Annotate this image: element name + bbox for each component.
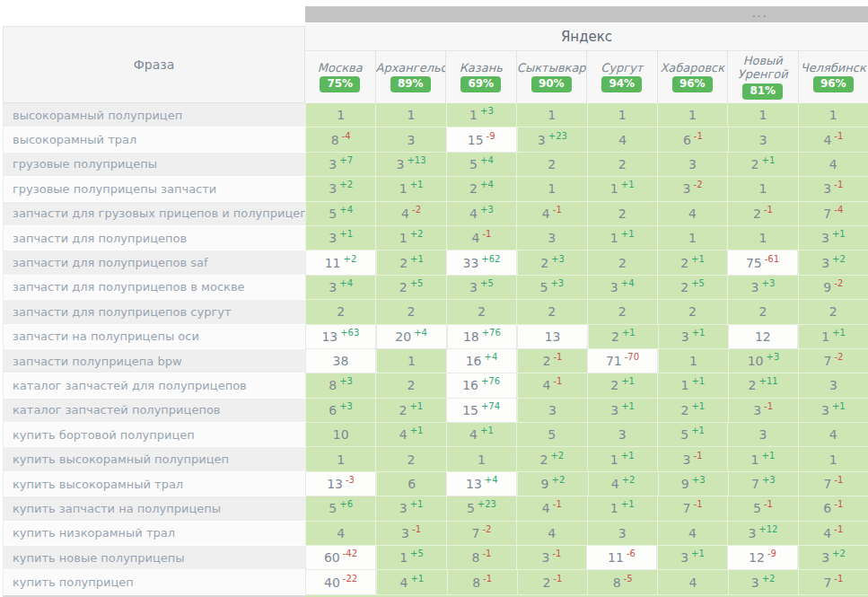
position-cell[interactable]: 15-9 (446, 127, 517, 152)
position-cell[interactable]: 16+76 (446, 373, 517, 398)
position-cell[interactable]: 3+3 (727, 276, 797, 300)
position-cell[interactable]: 3+1 (587, 399, 657, 423)
position-cell[interactable]: 2-1 (517, 349, 587, 373)
position-cell[interactable]: 3+7 (305, 153, 375, 177)
position-cell[interactable]: 4 (587, 127, 657, 152)
position-cell[interactable]: 5+23 (446, 496, 516, 521)
position-cell[interactable]: 3+13 (375, 153, 445, 177)
position-cell[interactable]: 15+74 (446, 399, 517, 423)
position-cell[interactable]: 1+1 (587, 177, 657, 201)
position-cell[interactable]: 4-1 (517, 373, 587, 398)
position-cell[interactable]: 8-5 (587, 570, 657, 594)
position-cell[interactable]: 4 (798, 423, 868, 447)
position-cell[interactable]: 9-2 (798, 276, 868, 300)
position-cell[interactable]: 4 (657, 202, 727, 226)
position-cell[interactable]: 3 (517, 399, 587, 423)
position-cell[interactable]: 12-9 (727, 546, 798, 570)
position-cell[interactable]: 1 (516, 177, 586, 201)
position-cell[interactable]: 3 (587, 423, 657, 447)
position-cell[interactable]: 2+5 (375, 276, 445, 300)
position-cell[interactable]: 2+11 (728, 373, 798, 398)
position-cell[interactable]: 10+3 (728, 349, 798, 373)
position-cell[interactable]: 4+2 (588, 472, 658, 496)
position-cell[interactable]: 4-1 (798, 127, 868, 152)
position-cell[interactable]: 7-1 (798, 570, 868, 594)
position-cell[interactable]: 2-1 (727, 202, 797, 226)
position-cell[interactable]: 3 (587, 522, 657, 546)
position-cell[interactable]: 40-22 (305, 570, 376, 594)
more-columns-button[interactable]: ... (752, 7, 767, 20)
position-cell[interactable]: 2 (798, 300, 868, 324)
position-cell[interactable]: 5-1 (727, 496, 797, 521)
position-cell[interactable]: 2 (657, 300, 727, 324)
position-cell[interactable]: 3+1 (375, 496, 445, 521)
position-cell[interactable]: 4 (516, 522, 586, 546)
position-cell[interactable]: 71-70 (587, 349, 658, 373)
position-cell[interactable]: 4 (657, 570, 727, 594)
position-cell[interactable]: 3-1 (657, 447, 727, 471)
position-cell[interactable]: 13+63 (305, 325, 376, 349)
position-cell[interactable]: 5+6 (305, 496, 375, 521)
position-cell[interactable]: 1+1 (657, 373, 727, 398)
city-header-3[interactable]: Казань69% (446, 51, 517, 103)
position-cell[interactable]: 2 (446, 300, 516, 324)
position-cell[interactable]: 7-1 (798, 472, 868, 496)
position-cell[interactable]: 2 (375, 300, 445, 324)
position-cell[interactable]: 3 (728, 127, 798, 152)
position-cell[interactable]: 3-1 (798, 177, 868, 201)
position-cell[interactable]: 5+1 (657, 423, 727, 447)
position-cell[interactable]: 1 (657, 103, 727, 127)
position-cell[interactable]: 3+23 (517, 127, 587, 152)
city-header-1[interactable]: Москва75% (305, 51, 376, 103)
position-cell[interactable]: 2+4 (446, 177, 516, 201)
city-header-8[interactable]: Челябинск96% (799, 51, 868, 103)
position-cell[interactable]: 2 (587, 153, 657, 177)
position-cell[interactable]: 3+2 (798, 546, 868, 570)
position-cell[interactable]: 2 (727, 300, 797, 324)
position-cell[interactable]: 12 (728, 325, 799, 349)
position-cell[interactable]: 3-2 (657, 177, 727, 201)
position-cell[interactable]: 2 (587, 250, 657, 275)
position-cell[interactable]: 20+4 (376, 325, 447, 349)
position-cell[interactable]: 4+1 (376, 570, 446, 594)
position-cell[interactable]: 4 (305, 522, 375, 546)
position-cell[interactable]: 1 (798, 103, 868, 127)
position-cell[interactable]: 4-1 (798, 522, 868, 546)
position-cell[interactable]: 1+1 (587, 447, 657, 471)
position-cell[interactable]: 13-3 (305, 472, 376, 496)
position-cell[interactable]: 3+5 (446, 276, 516, 300)
position-cell[interactable]: 38 (305, 349, 376, 373)
position-cell[interactable]: 6 (376, 472, 446, 496)
position-cell[interactable]: 2 (516, 300, 586, 324)
position-cell[interactable]: 8-4 (305, 127, 375, 152)
position-cell[interactable]: 8-1 (446, 546, 516, 570)
position-cell[interactable]: 3 (657, 153, 727, 177)
position-cell[interactable]: 7+3 (728, 472, 798, 496)
position-cell[interactable]: 5 (516, 423, 586, 447)
position-cell[interactable]: 2 (587, 300, 657, 324)
position-cell[interactable]: 1+2 (375, 226, 445, 250)
position-cell[interactable]: 2 (375, 373, 445, 398)
position-cell[interactable]: 1 (727, 226, 797, 250)
position-cell[interactable]: 2 (305, 300, 375, 324)
position-cell[interactable]: 8-1 (447, 570, 517, 594)
position-cell[interactable]: 7-4 (798, 202, 868, 226)
position-cell[interactable]: 1+1 (727, 447, 797, 471)
position-cell[interactable]: 1 (587, 103, 657, 127)
position-cell[interactable]: 3+2 (305, 177, 375, 201)
position-cell[interactable]: 8+3 (305, 373, 375, 398)
position-cell[interactable]: 4-1 (446, 226, 516, 250)
position-cell[interactable]: 3+1 (798, 399, 868, 423)
position-cell[interactable]: 3+4 (587, 276, 657, 300)
position-cell[interactable]: 2+5 (657, 276, 727, 300)
position-cell[interactable]: 1 (305, 447, 375, 471)
position-cell[interactable]: 1+5 (376, 546, 446, 570)
position-cell[interactable]: 2+1 (375, 399, 445, 423)
position-cell[interactable]: 3+2 (728, 570, 798, 594)
position-cell[interactable]: 60-42 (305, 546, 376, 570)
position-cell[interactable]: 1 (446, 447, 516, 471)
position-cell[interactable]: 3 (516, 226, 586, 250)
position-cell[interactable]: 3+12 (727, 522, 797, 546)
position-cell[interactable]: 1 (798, 447, 868, 471)
position-cell[interactable]: 2+1 (376, 250, 446, 275)
